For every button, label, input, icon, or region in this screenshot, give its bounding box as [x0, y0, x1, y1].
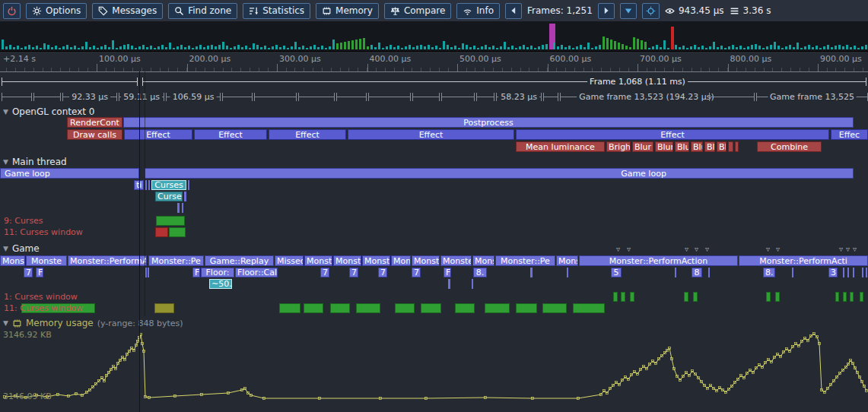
zone[interactable]: Blur — [632, 141, 653, 152]
collapsed-zones-icon[interactable]: ▿ — [627, 246, 631, 253]
zone[interactable] — [573, 303, 605, 313]
zone[interactable] — [472, 279, 473, 289]
zone[interactable]: Monster::PerformActi — [739, 255, 868, 266]
collapsed-zones-icon[interactable]: ▿ — [839, 246, 843, 253]
zone[interactable]: Monster::PerformAction — [579, 255, 738, 266]
zone[interactable]: Combine — [757, 141, 822, 152]
zone[interactable] — [567, 268, 568, 277]
zone[interactable]: 7 — [349, 268, 358, 277]
zone[interactable] — [766, 292, 771, 302]
zone[interactable]: Blur — [691, 141, 703, 152]
collapsed-zones-icon[interactable]: ▿ — [846, 246, 850, 253]
zone[interactable] — [630, 292, 634, 302]
collapsed-zones-icon[interactable]: ▿ — [853, 246, 857, 253]
zone[interactable]: Brigh — [606, 141, 631, 152]
zone[interactable] — [835, 292, 839, 302]
zone[interactable] — [542, 303, 567, 313]
zone[interactable] — [448, 279, 450, 289]
zone[interactable]: 5 — [611, 268, 622, 277]
zone[interactable]: Curse — [155, 192, 183, 201]
zone[interactable]: Game::Replay — [205, 255, 274, 266]
zone[interactable]: Mons — [556, 255, 578, 266]
collapsed-zones-icon[interactable]: ▿ — [616, 246, 620, 253]
zone[interactable]: Missed — [275, 255, 304, 266]
zone[interactable]: Mean luminance — [516, 141, 605, 152]
zone[interactable] — [792, 268, 793, 277]
zone[interactable] — [862, 268, 863, 277]
zone[interactable] — [188, 180, 189, 190]
zone[interactable] — [145, 180, 147, 190]
zone[interactable] — [148, 180, 150, 190]
zone[interactable]: F — [36, 268, 43, 277]
zone[interactable] — [847, 268, 849, 277]
zone[interactable] — [850, 292, 854, 302]
zone[interactable] — [621, 292, 625, 302]
collapsed-zones-icon[interactable]: ▿ — [766, 246, 770, 253]
memory-plot[interactable] — [0, 330, 868, 412]
zone[interactable] — [866, 268, 867, 277]
zone[interactable]: Blur — [675, 141, 689, 152]
zone[interactable]: Blur — [655, 141, 673, 152]
zone[interactable]: F — [192, 268, 200, 277]
collapsed-zones-icon[interactable]: ▿ — [695, 246, 698, 253]
zone[interactable] — [530, 268, 533, 277]
zone[interactable]: Game loop — [145, 168, 854, 179]
zone[interactable] — [735, 141, 739, 152]
section-header-game[interactable]: ▼ Game — [3, 243, 40, 254]
zone[interactable]: Effec — [831, 129, 868, 140]
zone[interactable]: Mons — [472, 255, 494, 266]
zone[interactable] — [154, 303, 174, 313]
zone[interactable]: 3 — [828, 268, 838, 277]
zone[interactable]: Game loop — [0, 168, 139, 179]
zone[interactable] — [184, 192, 186, 201]
zone[interactable]: Curses — [151, 180, 186, 190]
zone[interactable]: Monste — [440, 255, 472, 266]
zone[interactable] — [843, 292, 847, 302]
zone[interactable] — [516, 303, 537, 313]
zone[interactable]: Blur — [704, 141, 715, 152]
zone[interactable] — [485, 303, 510, 313]
zone[interactable] — [684, 292, 688, 302]
section-header-memory[interactable]: ▼ Memory usage (y-range: 848 bytes) — [3, 318, 183, 328]
zone[interactable] — [395, 303, 415, 313]
zone[interactable] — [182, 203, 183, 213]
zone[interactable]: Monster::PerformA — [68, 255, 147, 266]
collapsed-zones-icon[interactable]: ▿ — [705, 246, 709, 253]
zone[interactable]: Postprocess — [123, 117, 854, 128]
collapsed-zones-icon[interactable]: ▿ — [685, 246, 688, 253]
zone[interactable] — [421, 303, 441, 313]
zone[interactable]: 8. — [763, 268, 775, 277]
zone[interactable]: 7 — [412, 268, 421, 277]
zone[interactable] — [693, 292, 698, 302]
zone[interactable] — [177, 203, 180, 213]
zone[interactable]: Draw calls — [67, 129, 122, 140]
zone[interactable] — [775, 292, 780, 302]
zone[interactable]: Effect — [194, 129, 267, 140]
zone[interactable]: Effect — [516, 129, 829, 140]
zone[interactable] — [843, 268, 844, 277]
zone[interactable] — [155, 227, 168, 237]
zone[interactable]: Monst — [333, 255, 361, 266]
zone[interactable] — [304, 303, 323, 313]
zone[interactable]: Monste — [26, 255, 67, 266]
zone[interactable]: 7 — [378, 268, 387, 277]
zone[interactable] — [279, 303, 300, 313]
zone[interactable]: ~50. — [209, 279, 232, 289]
zone[interactable]: Floor: — [201, 268, 234, 277]
zone[interactable]: RenderCont — [67, 117, 122, 128]
zone[interactable] — [728, 141, 733, 152]
zone[interactable]: Monste — [0, 255, 25, 266]
zone[interactable] — [156, 216, 185, 226]
zone[interactable] — [330, 303, 350, 313]
collapsed-zones-icon[interactable]: ▿ — [776, 246, 780, 253]
section-header-opengl[interactable]: ▼ OpenGL context 0 — [3, 106, 94, 117]
zone[interactable]: Floor::Calc — [235, 268, 278, 277]
zone[interactable] — [148, 268, 149, 277]
zone[interactable]: Effect — [348, 129, 514, 140]
zone[interactable] — [169, 227, 186, 237]
zone[interactable] — [675, 268, 676, 277]
zone[interactable]: F — [444, 268, 451, 277]
zone[interactable] — [356, 303, 380, 313]
zone[interactable]: Monst — [391, 255, 411, 266]
zone[interactable]: Monst — [362, 255, 390, 266]
